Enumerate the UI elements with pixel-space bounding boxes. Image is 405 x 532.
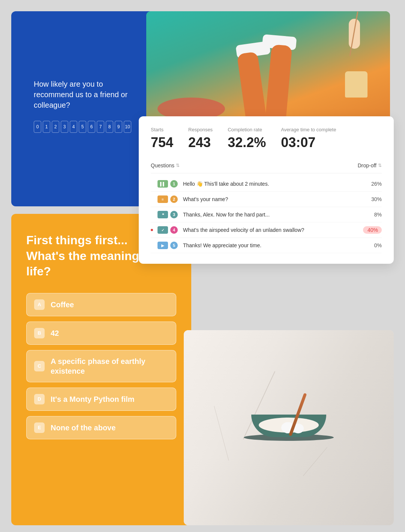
completion-value: 32.2% <box>228 135 266 150</box>
quiz-heading-line1: First things first... <box>26 233 128 247</box>
image-bg <box>146 11 390 128</box>
answer-options-list: A Coffee B 42 C A specific phase of eart… <box>26 293 176 439</box>
table-row[interactable]: ≡ 2 What's your name? 30% <box>151 192 382 207</box>
option-letter-c: C <box>34 361 45 371</box>
nps-btn-3[interactable]: 3 <box>61 121 68 133</box>
option-text-e: None of the above <box>51 423 116 433</box>
nps-scale: 012345678910 <box>34 121 131 133</box>
quiz-heading-line2: What's the meaning of life? <box>26 249 154 278</box>
option-letter-b: B <box>34 328 45 338</box>
completion-label: Completion rate <box>228 127 266 132</box>
dropoff-col-header[interactable]: Drop-off ⇅ <box>358 162 382 168</box>
stats-panel: Starts 754 Responses 243 Completion rate… <box>139 116 394 264</box>
questions-list: ▌▌ 1 Hello 👋 This'll take about 2 minute… <box>151 176 382 253</box>
dropoff-value-1: 30% <box>363 196 382 202</box>
question-type-icon-3: ✓ <box>158 226 168 234</box>
table-row[interactable]: ▌▌ 1 Hello 👋 This'll take about 2 minute… <box>151 176 382 192</box>
question-number-1: 2 <box>170 195 178 203</box>
high-dropoff-dot-3 <box>151 229 153 231</box>
nps-btn-5[interactable]: 5 <box>79 121 86 133</box>
marble-background <box>184 330 394 525</box>
answer-option-a[interactable]: A Coffee <box>26 293 176 316</box>
nps-btn-9[interactable]: 9 <box>115 121 122 133</box>
dropoff-value-2: 8% <box>363 212 382 218</box>
noodle-box <box>345 71 368 98</box>
question-text-3: What's the airspeed velocity of an unlad… <box>183 227 363 233</box>
question-type-icon-4: ▶ <box>158 242 168 249</box>
question-text-1: What's your name? <box>183 196 363 202</box>
question-icon-wrap-2: ❝ 3 <box>151 211 178 218</box>
bowl <box>251 415 326 437</box>
answer-option-c[interactable]: C A specific phase of earthly existence <box>26 350 176 382</box>
stat-responses: Responses 243 <box>188 127 213 150</box>
nps-panel: How likely are you to recommend us to a … <box>11 11 154 206</box>
nps-btn-2[interactable]: 2 <box>52 121 59 133</box>
option-letter-e: E <box>34 422 45 433</box>
questions-label: Questions <box>151 162 174 168</box>
answer-option-e[interactable]: E None of the above <box>26 416 176 439</box>
option-text-b: 42 <box>51 328 59 338</box>
stat-starts: Starts 754 <box>151 127 173 150</box>
nps-btn-0[interactable]: 0 <box>34 121 41 133</box>
option-text-c: A specific phase of earthly existence <box>51 356 168 376</box>
option-text-d: It's a Monty Python film <box>51 394 135 404</box>
option-letter-d: D <box>34 394 45 404</box>
question-text-4: Thanks! We appreciate your time. <box>183 242 363 248</box>
question-text-0: Hello 👋 This'll take about 2 minutes. <box>183 181 363 187</box>
table-row[interactable]: ❝ 3 Thanks, Alex. Now for the hard part.… <box>151 207 382 222</box>
stats-row: Starts 754 Responses 243 Completion rate… <box>151 127 382 150</box>
question-number-0: 1 <box>170 180 178 188</box>
leg-right <box>265 44 292 128</box>
question-number-2: 3 <box>170 211 178 218</box>
lifestyle-image <box>146 11 390 128</box>
starts-label: Starts <box>151 127 173 132</box>
marble-crack-3 <box>303 447 327 476</box>
questions-header: Questions ⇅ Drop-off ⇅ <box>151 162 382 173</box>
responses-label: Responses <box>188 127 213 132</box>
question-icon-wrap-1: ≡ 2 <box>151 195 178 203</box>
legs-illustration <box>208 23 328 128</box>
marble-image <box>184 330 394 525</box>
nps-btn-8[interactable]: 8 <box>106 121 113 133</box>
responses-value: 243 <box>188 135 213 150</box>
dropoff-label: Drop-off <box>358 162 376 168</box>
starts-value: 754 <box>151 135 173 150</box>
question-icon-wrap-3: ✓ 4 <box>151 226 178 234</box>
stat-avg-time: Average time to complete 03:07 <box>281 127 336 150</box>
question-type-icon-2: ❝ <box>158 211 168 218</box>
marble-crack-2 <box>214 406 229 460</box>
bowl-container <box>244 415 334 441</box>
nps-btn-10[interactable]: 10 <box>124 121 131 133</box>
table-row[interactable]: ▶ 5 Thanks! We appreciate your time. 0% <box>151 238 382 253</box>
question-number-4: 5 <box>170 242 178 249</box>
question-text-2: Thanks, Alex. Now for the hard part... <box>183 212 363 218</box>
option-letter-a: A <box>34 299 45 310</box>
question-type-icon-1: ≡ <box>158 195 168 203</box>
bowl-inner <box>259 418 319 433</box>
dropoff-value-0: 26% <box>363 181 382 187</box>
table-row[interactable]: ✓ 4 What's the airspeed velocity of an u… <box>151 222 382 238</box>
questions-col-header[interactable]: Questions ⇅ <box>151 162 180 168</box>
nps-btn-1[interactable]: 1 <box>43 121 50 133</box>
nps-btn-7[interactable]: 7 <box>97 121 104 133</box>
answer-option-d[interactable]: D It's a Monty Python film <box>26 388 176 411</box>
question-type-icon-0: ▌▌ <box>158 180 168 188</box>
question-number-3: 4 <box>170 226 178 234</box>
avg-time-value: 03:07 <box>281 135 336 150</box>
question-icon-wrap-4: ▶ 5 <box>151 242 178 249</box>
nps-question: How likely are you to recommend us to a … <box>34 79 131 110</box>
avg-time-label: Average time to complete <box>281 127 336 132</box>
dropoff-value-4: 0% <box>363 242 382 248</box>
dropoff-sort-icon[interactable]: ⇅ <box>378 163 382 168</box>
answer-option-b[interactable]: B 42 <box>26 322 176 345</box>
dropoff-value-3: 40% <box>363 226 382 234</box>
questions-sort-icon[interactable]: ⇅ <box>176 163 180 168</box>
question-icon-wrap-0: ▌▌ 1 <box>151 180 178 188</box>
nps-btn-4[interactable]: 4 <box>70 121 77 133</box>
nps-btn-6[interactable]: 6 <box>88 121 95 133</box>
stat-completion: Completion rate 32.2% <box>228 127 266 150</box>
option-text-a: Coffee <box>51 300 74 310</box>
